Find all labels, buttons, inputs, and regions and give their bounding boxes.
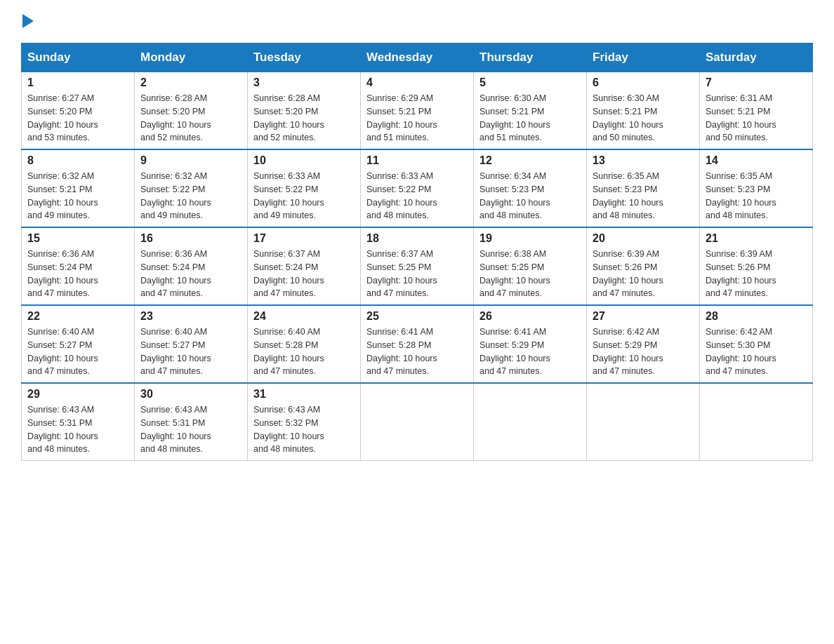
day-info: Sunrise: 6:40 AMSunset: 5:27 PMDaylight:… — [140, 326, 241, 378]
day-number: 11 — [366, 154, 468, 167]
day-number: 28 — [706, 310, 807, 323]
day-info: Sunrise: 6:40 AMSunset: 5:27 PMDaylight:… — [27, 326, 128, 378]
day-number: 19 — [479, 232, 581, 245]
calendar-cell: 1Sunrise: 6:27 AMSunset: 5:20 PMDaylight… — [22, 72, 135, 150]
column-header-thursday: Thursday — [474, 43, 587, 72]
day-number: 9 — [140, 154, 241, 167]
calendar-cell: 8Sunrise: 6:32 AMSunset: 5:21 PMDaylight… — [22, 149, 135, 227]
day-number: 2 — [140, 76, 241, 89]
calendar-cell: 4Sunrise: 6:29 AMSunset: 5:21 PMDaylight… — [361, 72, 474, 150]
calendar-week-row: 1Sunrise: 6:27 AMSunset: 5:20 PMDaylight… — [22, 72, 813, 150]
calendar-cell: 14Sunrise: 6:35 AMSunset: 5:23 PMDayligh… — [700, 149, 813, 227]
calendar-cell: 7Sunrise: 6:31 AMSunset: 5:21 PMDaylight… — [700, 72, 813, 150]
calendar-cell: 27Sunrise: 6:42 AMSunset: 5:29 PMDayligh… — [587, 305, 700, 383]
calendar-cell: 3Sunrise: 6:28 AMSunset: 5:20 PMDaylight… — [248, 72, 361, 150]
day-number: 25 — [366, 310, 468, 323]
day-info: Sunrise: 6:43 AMSunset: 5:31 PMDaylight:… — [140, 403, 241, 456]
day-number: 26 — [479, 310, 581, 323]
column-header-saturday: Saturday — [700, 43, 813, 72]
calendar-cell: 22Sunrise: 6:40 AMSunset: 5:27 PMDayligh… — [22, 305, 135, 383]
column-header-monday: Monday — [135, 43, 248, 72]
day-number: 24 — [253, 310, 355, 323]
calendar-cell: 20Sunrise: 6:39 AMSunset: 5:26 PMDayligh… — [587, 227, 700, 305]
day-number: 3 — [253, 76, 355, 89]
day-info: Sunrise: 6:27 AMSunset: 5:20 PMDaylight:… — [27, 92, 128, 145]
day-info: Sunrise: 6:36 AMSunset: 5:24 PMDaylight:… — [27, 248, 128, 300]
day-info: Sunrise: 6:29 AMSunset: 5:21 PMDaylight:… — [366, 92, 468, 145]
calendar-cell: 11Sunrise: 6:33 AMSunset: 5:22 PMDayligh… — [361, 149, 474, 227]
day-info: Sunrise: 6:39 AMSunset: 5:26 PMDaylight:… — [706, 248, 807, 300]
day-number: 29 — [27, 388, 128, 401]
day-info: Sunrise: 6:39 AMSunset: 5:26 PMDaylight:… — [593, 248, 694, 300]
logo-arrow-icon — [22, 14, 34, 28]
calendar-cell: 19Sunrise: 6:38 AMSunset: 5:25 PMDayligh… — [474, 227, 587, 305]
day-number: 27 — [593, 310, 694, 323]
day-number: 30 — [140, 388, 241, 401]
calendar-cell: 12Sunrise: 6:34 AMSunset: 5:23 PMDayligh… — [474, 149, 587, 227]
calendar-cell: 25Sunrise: 6:41 AMSunset: 5:28 PMDayligh… — [361, 305, 474, 383]
column-header-friday: Friday — [587, 43, 700, 72]
day-number: 1 — [27, 76, 128, 89]
calendar-cell: 2Sunrise: 6:28 AMSunset: 5:20 PMDaylight… — [135, 72, 248, 150]
day-info: Sunrise: 6:32 AMSunset: 5:21 PMDaylight:… — [27, 170, 128, 222]
day-info: Sunrise: 6:42 AMSunset: 5:29 PMDaylight:… — [593, 326, 694, 378]
calendar-cell — [700, 383, 813, 461]
calendar-cell: 5Sunrise: 6:30 AMSunset: 5:21 PMDaylight… — [474, 72, 587, 150]
day-number: 8 — [27, 154, 128, 167]
day-info: Sunrise: 6:40 AMSunset: 5:28 PMDaylight:… — [253, 326, 355, 378]
day-number: 5 — [479, 76, 581, 89]
day-info: Sunrise: 6:37 AMSunset: 5:24 PMDaylight:… — [253, 248, 355, 300]
calendar-cell: 6Sunrise: 6:30 AMSunset: 5:21 PMDaylight… — [587, 72, 700, 150]
day-info: Sunrise: 6:32 AMSunset: 5:22 PMDaylight:… — [140, 170, 241, 222]
day-number: 13 — [593, 154, 694, 167]
calendar-cell: 29Sunrise: 6:43 AMSunset: 5:31 PMDayligh… — [22, 383, 135, 461]
calendar-cell: 31Sunrise: 6:43 AMSunset: 5:32 PMDayligh… — [248, 383, 361, 461]
day-info: Sunrise: 6:33 AMSunset: 5:22 PMDaylight:… — [253, 170, 355, 222]
day-number: 18 — [366, 232, 468, 245]
day-number: 12 — [479, 154, 581, 167]
day-info: Sunrise: 6:41 AMSunset: 5:28 PMDaylight:… — [366, 326, 468, 378]
day-info: Sunrise: 6:33 AMSunset: 5:22 PMDaylight:… — [366, 170, 468, 222]
day-info: Sunrise: 6:28 AMSunset: 5:20 PMDaylight:… — [253, 92, 355, 145]
day-number: 14 — [706, 154, 807, 167]
day-info: Sunrise: 6:42 AMSunset: 5:30 PMDaylight:… — [706, 326, 807, 378]
day-info: Sunrise: 6:30 AMSunset: 5:21 PMDaylight:… — [593, 92, 694, 145]
day-info: Sunrise: 6:37 AMSunset: 5:25 PMDaylight:… — [366, 248, 468, 300]
day-number: 4 — [366, 76, 468, 89]
day-number: 10 — [253, 154, 355, 167]
calendar-header-row: SundayMondayTuesdayWednesdayThursdayFrid… — [22, 43, 813, 72]
day-info: Sunrise: 6:35 AMSunset: 5:23 PMDaylight:… — [593, 170, 694, 222]
calendar-cell: 23Sunrise: 6:40 AMSunset: 5:27 PMDayligh… — [135, 305, 248, 383]
day-number: 16 — [140, 232, 241, 245]
calendar-week-row: 29Sunrise: 6:43 AMSunset: 5:31 PMDayligh… — [22, 383, 813, 461]
calendar-cell: 16Sunrise: 6:36 AMSunset: 5:24 PMDayligh… — [135, 227, 248, 305]
day-number: 20 — [593, 232, 694, 245]
column-header-tuesday: Tuesday — [248, 43, 361, 72]
day-info: Sunrise: 6:28 AMSunset: 5:20 PMDaylight:… — [140, 92, 241, 145]
calendar-week-row: 15Sunrise: 6:36 AMSunset: 5:24 PMDayligh… — [22, 227, 813, 305]
day-info: Sunrise: 6:41 AMSunset: 5:29 PMDaylight:… — [479, 326, 581, 378]
column-header-sunday: Sunday — [22, 43, 135, 72]
day-info: Sunrise: 6:35 AMSunset: 5:23 PMDaylight:… — [706, 170, 807, 222]
calendar-cell: 26Sunrise: 6:41 AMSunset: 5:29 PMDayligh… — [474, 305, 587, 383]
column-header-wednesday: Wednesday — [361, 43, 474, 72]
calendar-week-row: 8Sunrise: 6:32 AMSunset: 5:21 PMDaylight… — [22, 149, 813, 227]
day-info: Sunrise: 6:43 AMSunset: 5:31 PMDaylight:… — [27, 403, 128, 456]
calendar-cell: 13Sunrise: 6:35 AMSunset: 5:23 PMDayligh… — [587, 149, 700, 227]
page-header — [21, 14, 813, 29]
logo — [21, 14, 34, 29]
day-number: 21 — [706, 232, 807, 245]
calendar-cell: 18Sunrise: 6:37 AMSunset: 5:25 PMDayligh… — [361, 227, 474, 305]
day-info: Sunrise: 6:30 AMSunset: 5:21 PMDaylight:… — [479, 92, 581, 145]
day-number: 23 — [140, 310, 241, 323]
day-info: Sunrise: 6:38 AMSunset: 5:25 PMDaylight:… — [479, 248, 581, 300]
calendar-cell: 17Sunrise: 6:37 AMSunset: 5:24 PMDayligh… — [248, 227, 361, 305]
calendar-cell — [587, 383, 700, 461]
calendar-cell: 24Sunrise: 6:40 AMSunset: 5:28 PMDayligh… — [248, 305, 361, 383]
calendar-cell: 30Sunrise: 6:43 AMSunset: 5:31 PMDayligh… — [135, 383, 248, 461]
calendar-week-row: 22Sunrise: 6:40 AMSunset: 5:27 PMDayligh… — [22, 305, 813, 383]
day-info: Sunrise: 6:36 AMSunset: 5:24 PMDaylight:… — [140, 248, 241, 300]
calendar-cell — [361, 383, 474, 461]
day-number: 15 — [27, 232, 128, 245]
day-number: 31 — [253, 388, 355, 401]
